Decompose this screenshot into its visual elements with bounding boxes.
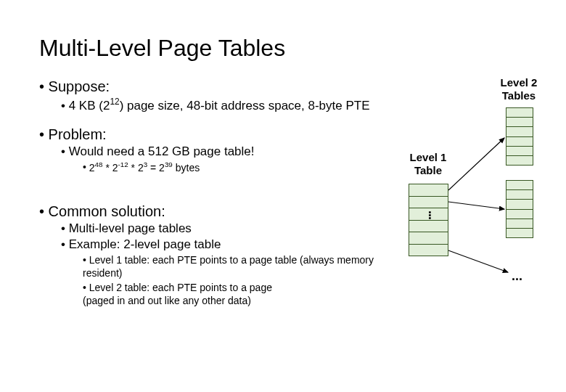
suppose-heading: Suppose: — [39, 78, 395, 95]
table-row — [506, 156, 533, 165]
table-row — [506, 127, 533, 136]
table-row — [506, 118, 533, 127]
level1-table — [409, 184, 448, 256]
level1-table-label: Level 1Table — [406, 151, 450, 177]
table-row — [409, 221, 448, 233]
table-row — [409, 232, 448, 245]
solution-item-0: Multi-level page tables — [61, 221, 395, 236]
table-row — [506, 219, 533, 229]
level2-ellipsis: ... — [512, 269, 522, 284]
solution-detail-1: Level 2 table: each PTE points to a page… — [83, 281, 395, 307]
table-row — [506, 181, 533, 190]
table-row — [506, 108, 533, 118]
table-row — [506, 210, 533, 219]
suppose-detail: 4 KB (212) page size, 48-bit address spa… — [61, 97, 395, 113]
level2-tables-label: Level 2Tables — [497, 76, 541, 102]
slide-content: Suppose: 4 KB (212) page size, 48-bit ad… — [39, 78, 395, 309]
level2-table — [506, 107, 533, 166]
solution-item-1: Example: 2-level page table — [61, 237, 395, 252]
problem-heading: Problem: — [39, 126, 395, 143]
svg-line-2 — [448, 250, 508, 272]
table-row — [506, 200, 533, 209]
table-row — [506, 137, 533, 147]
table-row — [409, 245, 448, 256]
table-row — [506, 190, 533, 200]
problem-detail: Would need a 512 GB page table! — [61, 144, 395, 159]
solution-heading: Common solution: — [39, 203, 395, 220]
table-row — [409, 184, 448, 197]
svg-line-1 — [448, 202, 504, 209]
problem-calc: 248 * 2-12 * 23 = 239 bytes — [83, 160, 395, 174]
table-row — [506, 229, 533, 237]
solution-detail-0: Level 1 table: each PTE points to a page… — [83, 253, 395, 279]
level2-table — [506, 180, 533, 238]
level1-ellipsis: ... — [425, 211, 440, 219]
table-row — [409, 197, 448, 209]
slide-title: Multi-Level Page Tables — [39, 35, 285, 62]
svg-line-0 — [448, 138, 504, 190]
table-row — [506, 147, 533, 156]
